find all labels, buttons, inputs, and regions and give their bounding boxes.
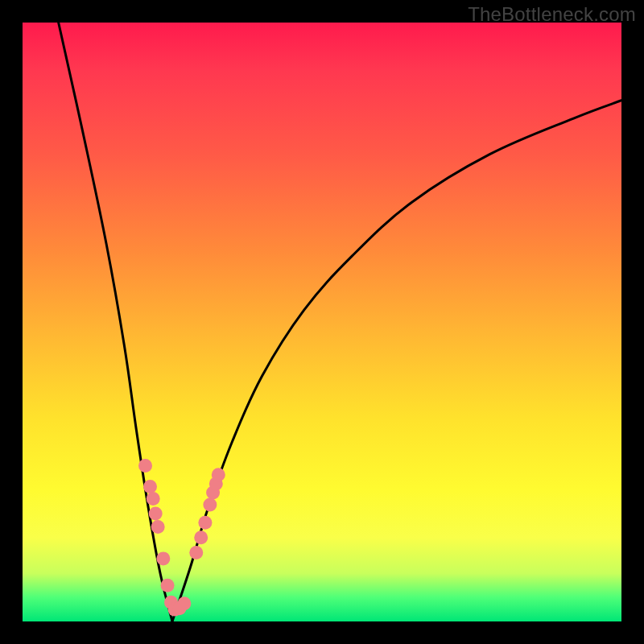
chart-svg: [23, 23, 621, 621]
data-marker: [156, 551, 170, 565]
data-marker: [138, 459, 152, 473]
curve-layer: [59, 23, 621, 621]
watermark-text: TheBottleneck.com: [468, 3, 636, 26]
data-marker: [149, 507, 163, 521]
data-marker: [212, 468, 225, 481]
plot-area: [23, 23, 621, 621]
data-marker: [189, 546, 203, 559]
chart-frame: TheBottleneck.com: [0, 0, 644, 644]
data-marker: [161, 579, 175, 592]
data-marker: [194, 530, 208, 544]
data-marker: [147, 492, 160, 506]
data-marker: [143, 480, 157, 493]
data-marker: [203, 497, 217, 511]
data-marker: [177, 597, 191, 610]
data-marker: [198, 516, 212, 530]
data-marker: [151, 520, 165, 534]
right-curve: [172, 101, 621, 621]
